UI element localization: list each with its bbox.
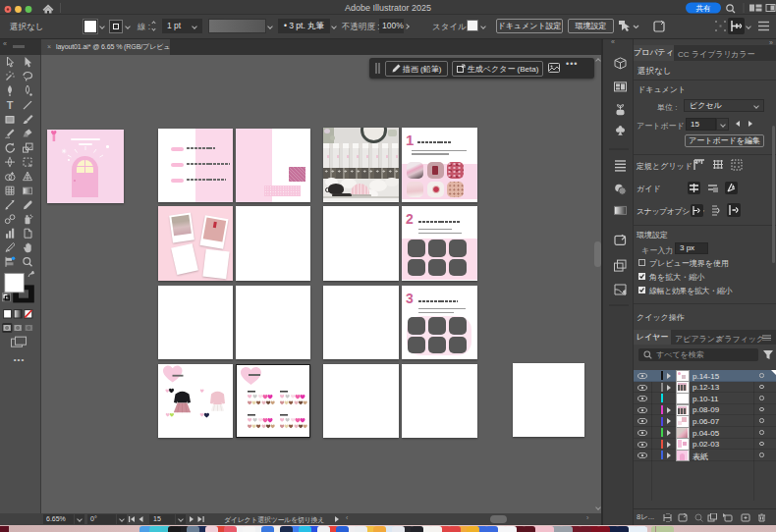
svg-text:•••: ••• [14, 355, 25, 364]
svg-text:共有: 共有 [696, 4, 712, 13]
svg-text:T: T [7, 99, 14, 111]
svg-text:Adobe Illustrator 2025: Adobe Illustrator 2025 [345, 3, 431, 13]
svg-text:«: « [611, 39, 615, 45]
